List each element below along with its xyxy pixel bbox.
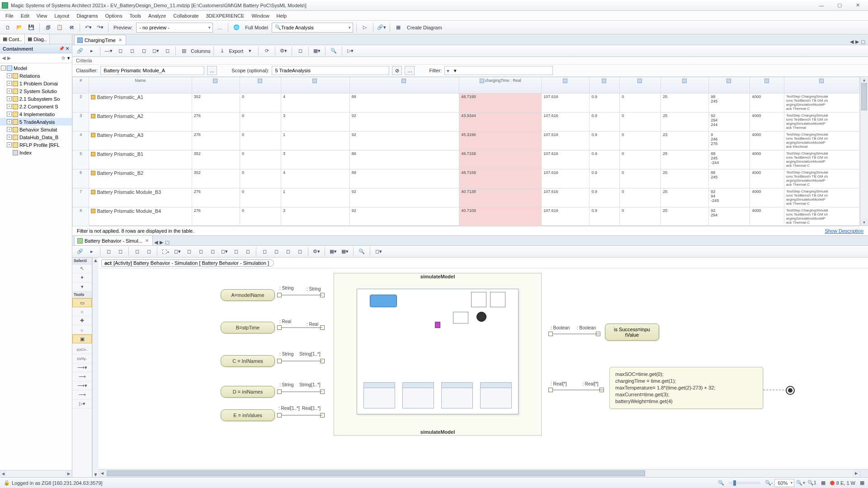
d-gear-icon[interactable]: ⚙▾ xyxy=(311,247,321,257)
cell-name[interactable]: Battery Prismatic_B2 xyxy=(89,169,192,188)
cell[interactable]: 3 xyxy=(281,113,350,131)
cell[interactable]: 0 xyxy=(240,188,281,207)
tool-e-icon[interactable]: ◻▾ xyxy=(151,46,160,56)
cell[interactable]: 0.9 xyxy=(590,169,620,188)
port[interactable] xyxy=(277,413,282,418)
cell-desc[interactable]: TestStep ChargingSimulat ions TestBench … xyxy=(784,169,860,188)
pal-l3[interactable]: ⟶▾ xyxy=(72,381,92,390)
tree-item[interactable]: +DataHub_Data_B xyxy=(0,133,72,141)
maximize-button[interactable]: ▢ xyxy=(831,1,848,9)
close-tab-icon[interactable]: ✕ xyxy=(144,238,150,243)
cell[interactable]: 25 xyxy=(661,188,709,207)
table-row[interactable]: 2Battery Prismatic_A1352048848.7195107.6… xyxy=(73,94,860,113)
export-xls-icon[interactable]: ▾ xyxy=(245,46,255,56)
expand-icon[interactable]: ▸ xyxy=(87,46,97,56)
opaque-action-code[interactable]: maxSOC=time.get(0); chargingTime = time.… xyxy=(609,367,763,409)
tree-toggle-icon[interactable]: + xyxy=(7,142,12,147)
canvas-hscroll[interactable]: ◀▶ xyxy=(99,469,868,477)
tree-item[interactable]: +2.2 Component S xyxy=(0,103,72,110)
pin-e[interactable]: E = iniValues xyxy=(221,409,275,421)
cell[interactable]: 3 xyxy=(281,207,350,226)
port[interactable] xyxy=(599,388,604,392)
cell[interactable]: 4000 xyxy=(750,131,784,150)
menu-analyze[interactable]: Analyze xyxy=(145,12,170,20)
preview-more-button[interactable]: … xyxy=(215,23,225,33)
calculator-icon[interactable] xyxy=(471,292,486,307)
pin-a[interactable]: A=modelName xyxy=(221,289,275,301)
port[interactable] xyxy=(596,332,600,336)
cell[interactable]: 4000 xyxy=(750,94,784,113)
scope-browse-button[interactable]: … xyxy=(405,66,415,75)
d-t7-icon[interactable]: ◻ xyxy=(196,247,206,257)
pal-co-ic[interactable]: ▭ Co.. xyxy=(72,345,92,354)
d-t1-icon[interactable]: ◻ xyxy=(104,247,113,257)
cell[interactable]: 107.616 xyxy=(542,94,590,113)
sensor-icon[interactable] xyxy=(476,312,486,322)
sub-model-4[interactable] xyxy=(480,382,512,408)
cell[interactable]: 276 xyxy=(192,207,240,226)
tool-g-icon[interactable]: ◻ xyxy=(295,46,305,56)
column-header[interactable] xyxy=(542,77,590,94)
preview-combo[interactable]: - no preview - xyxy=(136,23,213,33)
cell-desc[interactable]: TestStep ChargingSimulat ions TestBench … xyxy=(784,188,860,207)
cell[interactable]: 25 xyxy=(661,150,709,169)
pal-l4[interactable]: ⟶ xyxy=(72,390,92,399)
menu-edit[interactable]: Edit xyxy=(17,12,33,20)
pal-cursor[interactable]: ↖ xyxy=(72,264,92,273)
scope-field[interactable]: 5 TradeAnalysis xyxy=(272,66,389,75)
tree-toggle-icon[interactable]: + xyxy=(7,112,12,117)
save-button[interactable]: 💾 xyxy=(26,23,36,33)
menu-3dexperience[interactable]: 3DEXPERIENCE xyxy=(202,12,248,20)
d-more-icon[interactable]: ◻▾ xyxy=(373,247,383,257)
paste-button[interactable]: 📋 xyxy=(55,23,65,33)
search-icon[interactable]: 🔍 xyxy=(329,46,339,56)
table-row[interactable]: 7Battery Prismatic Module_B3276019240.71… xyxy=(73,188,860,207)
column-header[interactable]: chargingTime : Real xyxy=(459,77,542,94)
palette-scroll[interactable]: ▲▼ xyxy=(92,258,99,477)
mini-block[interactable] xyxy=(370,295,397,307)
sidebar-tab-diagrams[interactable]: ▦ Diag.. xyxy=(25,34,50,44)
port[interactable] xyxy=(277,389,282,394)
port[interactable] xyxy=(320,389,325,394)
cell-chargingtime[interactable]: 43.9344 xyxy=(459,113,542,131)
cell-name[interactable]: Battery Prismatic_A2 xyxy=(89,113,192,131)
cell[interactable]: 4000 xyxy=(750,207,784,226)
columns-icon[interactable]: ▥ xyxy=(179,46,189,56)
cell[interactable]: 0 xyxy=(620,169,661,188)
tree-item[interactable]: Index xyxy=(0,149,72,156)
magnifier-icon[interactable] xyxy=(490,292,505,307)
table-row[interactable]: 5Battery Prismatic_B1352038848.7158107.6… xyxy=(73,150,860,169)
sync-icon[interactable]: ⟳ xyxy=(262,46,272,56)
cell[interactable]: 9 246 276 xyxy=(709,131,750,150)
column-header[interactable] xyxy=(784,77,860,94)
sub-model-3[interactable] xyxy=(441,382,473,408)
column-header[interactable]: Name xyxy=(89,77,192,94)
tree-item[interactable]: +1 Problem Domai xyxy=(0,80,72,87)
cell[interactable]: 4000 xyxy=(750,188,784,207)
cell[interactable]: 88 245 xyxy=(709,169,750,188)
export-icon[interactable]: ⤓ xyxy=(217,46,227,56)
doc-nav-back[interactable]: ◀ xyxy=(154,239,158,245)
pal-l5[interactable]: ▷▾ xyxy=(72,399,92,408)
cell[interactable]: 88 xyxy=(349,150,459,169)
cell[interactable]: 352 xyxy=(192,94,240,113)
tree-item[interactable]: +5 TradeAnalysis xyxy=(0,118,72,126)
port[interactable] xyxy=(277,293,282,297)
cell[interactable]: 1 xyxy=(281,131,350,150)
columns-label[interactable]: Columns xyxy=(191,48,210,54)
cell[interactable]: 276 xyxy=(192,188,240,207)
scope-combo[interactable]: 🔍 Trade Analysis xyxy=(272,23,353,33)
sidebar-hscroll[interactable]: ◀▶ xyxy=(0,470,72,477)
menu-diagrams[interactable]: Diagrams xyxy=(73,12,101,20)
cell-name[interactable]: Battery Prismatic_A3 xyxy=(89,131,192,150)
print-button[interactable]: 🛠 xyxy=(66,23,76,33)
cell-chargingtime[interactable]: 48.7158 xyxy=(459,150,542,169)
port[interactable] xyxy=(320,293,325,297)
table-row[interactable]: 8Battery Prismatic Module_B4276039240.71… xyxy=(73,207,860,226)
cell[interactable]: 4000 xyxy=(750,169,784,188)
d-t3-icon[interactable]: ◻ xyxy=(132,247,142,257)
cell[interactable]: 107.616 xyxy=(542,131,590,150)
tree-toggle-icon[interactable]: + xyxy=(7,104,12,109)
undo-button[interactable]: ↶▾ xyxy=(83,23,93,33)
cell[interactable]: 107.616 xyxy=(542,113,590,131)
